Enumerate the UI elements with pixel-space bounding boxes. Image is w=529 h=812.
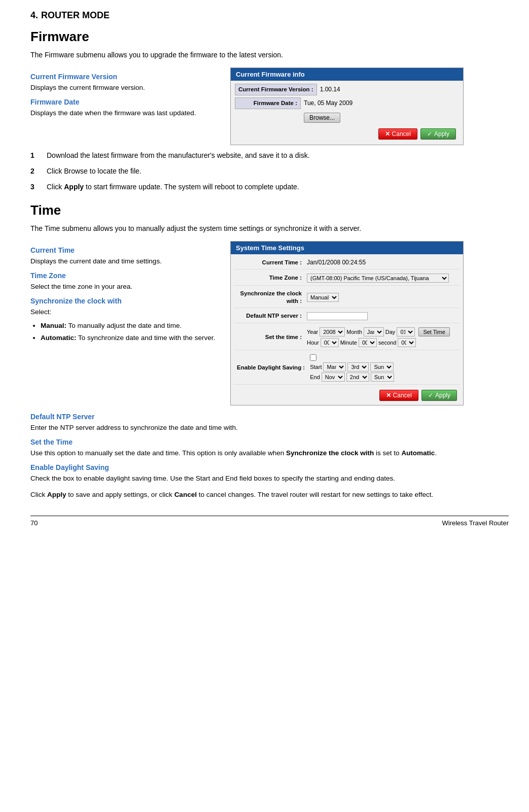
firmware-date-value: Tue, 05 May 2009 (301, 98, 459, 108)
current-time-term-desc: Displays the current date and time setti… (30, 256, 218, 266)
firmware-step-1: 1 Download the latest firmware from the … (30, 150, 509, 161)
firmware-cancel-button[interactable]: ✕ Cancel (378, 128, 417, 140)
firmware-term-1: Current Firmware Version Displays the cu… (30, 73, 218, 93)
step-1-num: 1 (30, 150, 40, 161)
time-intro: The Time submenu allows you to manually … (30, 223, 509, 234)
footer-product-name: Wireless Travel Router (442, 519, 509, 527)
timezone-label: Time Zone : (234, 273, 305, 283)
minute-label: Minute (340, 340, 357, 346)
section-title: ROUTER MODE (41, 10, 110, 21)
timezone-term-title: Time Zone (30, 272, 218, 280)
dst-start-label: Start (310, 364, 322, 370)
dst-label: Enable Daylight Saving : (234, 363, 308, 373)
firmware-term-2-desc: Displays the date when the firmware was … (30, 108, 218, 118)
dst-term: Enable Daylight Saving Check the box to … (30, 463, 509, 484)
firmware-date-label: Firmware Date : (235, 97, 301, 109)
sync-term-desc-prefix: Select: (30, 307, 218, 317)
ntp-label: Default NTP server : (234, 311, 305, 321)
time-bottom-terms: Default NTP Server Enter the NTP server … (30, 413, 509, 500)
time-apply-check-icon: ✓ (428, 392, 433, 399)
section-number: 4. (30, 10, 38, 21)
hour-select[interactable]: 00 (321, 338, 339, 347)
firmware-heading: Firmware (30, 29, 509, 45)
year-label: Year (307, 329, 318, 335)
page-section-header: 4. ROUTER MODE (30, 10, 509, 21)
firmware-term-2: Firmware Date Displays the date when the… (30, 98, 218, 118)
firmware-panel-title: Current Firmware info (231, 68, 463, 81)
browse-button[interactable]: Browse... (304, 113, 340, 123)
step-1-text: Download the latest firmware from the ma… (47, 150, 310, 161)
ntp-term-desc: Enter the NTP server address to synchron… (30, 423, 509, 433)
dst-checkbox[interactable] (310, 354, 316, 361)
time-cancel-button[interactable]: ✕ Cancel (379, 390, 418, 401)
current-time-value: Jan/01/2008 00:24:55 (305, 258, 460, 267)
set-time-button[interactable]: Set Time (418, 327, 449, 336)
sync-term-title: Synchronize the clock with (30, 297, 218, 305)
firmware-browse-row: Browse... (235, 111, 459, 124)
month-select[interactable]: Jan (364, 327, 384, 336)
month-label: Month (346, 329, 362, 335)
time-panel: System Time Settings Current Time : Jan/… (230, 241, 464, 405)
current-time-label: Current Time : (234, 258, 305, 267)
apply-check-icon: ✓ (427, 130, 432, 138)
dst-end-day[interactable]: Sun (371, 373, 394, 382)
day-select[interactable]: 01 (397, 327, 415, 336)
time-term-current-time: Current Time Displays the current date a… (30, 246, 218, 266)
minute-select[interactable]: 00 (359, 338, 377, 347)
firmware-term-1-title: Current Firmware Version (30, 73, 218, 81)
timezone-term-desc: Select the time zone in your area. (30, 282, 218, 292)
time-terms: Current Time Displays the current date a… (30, 241, 218, 405)
dst-end-label: End (310, 374, 320, 380)
time-panel-buttons: ✕ Cancel ✓ Apply (234, 388, 460, 403)
set-time-term: Set the Time Use this option to manually… (30, 438, 509, 458)
firmware-panel: Current Firmware info Current Firmware V… (230, 67, 464, 145)
firmware-steps: 1 Download the latest firmware from the … (30, 150, 509, 192)
step-2-text: Click Browse to locate the file. (47, 166, 142, 177)
final-note: Click Apply to save and apply settings, … (30, 490, 509, 500)
time-term-sync: Synchronize the clock with Select: Manua… (30, 297, 218, 343)
sync-row: Synchronize the clockwith : Manual (234, 287, 460, 308)
ntp-term: Default NTP Server Enter the NTP server … (30, 413, 509, 433)
current-time-term-title: Current Time (30, 246, 218, 254)
time-panel-title: System Time Settings (231, 242, 463, 254)
ntp-term-title: Default NTP Server (30, 413, 509, 421)
dst-row: Enable Daylight Saving : Start Mar 3rd S… (234, 352, 460, 385)
dst-term-desc: Check the box to enable daylight saving … (30, 473, 509, 484)
sync-select[interactable]: Manual (307, 293, 339, 302)
dst-start-month[interactable]: Mar (323, 362, 346, 371)
firmware-apply-button[interactable]: ✓ Apply (420, 128, 456, 140)
firmware-version-label: Current Firmware Version : (235, 84, 317, 95)
firmware-term-2-title: Firmware Date (30, 98, 218, 106)
firmware-version-value: 1.00.14 (317, 84, 459, 94)
dst-end-week[interactable]: 2nd (346, 373, 369, 382)
dst-end-month[interactable]: Nov (322, 373, 345, 382)
second-label: second (378, 340, 396, 346)
set-time-label: Set the time : (234, 332, 305, 342)
current-time-row: Current Time : Jan/01/2008 00:24:55 (234, 256, 460, 269)
footer: 70 Wireless Travel Router (30, 516, 509, 527)
ntp-row: Default NTP server : (234, 310, 460, 323)
dst-start-day[interactable]: Sun (370, 362, 394, 371)
sync-bullets: Manual: To manually adjust the date and … (41, 321, 218, 344)
firmware-terms: Current Firmware Version Displays the cu… (30, 67, 218, 145)
firmware-step-2: 2 Click Browse to locate the file. (30, 166, 509, 177)
ntp-input[interactable] (307, 312, 368, 320)
second-select[interactable]: 00 (398, 338, 416, 347)
firmware-section: Firmware The Firmware submenu allows you… (30, 29, 509, 192)
sync-bullet-manual: Manual: To manually adjust the date and … (41, 321, 218, 331)
step-3-text: Click Apply to start firmware update. Th… (47, 182, 299, 192)
step-2-num: 2 (30, 166, 40, 177)
dst-term-title: Enable Daylight Saving (30, 463, 509, 471)
time-apply-button[interactable]: ✓ Apply (421, 390, 457, 401)
year-select[interactable]: 2008 (320, 327, 345, 336)
time-section: Time The Time submenu allows you to manu… (30, 202, 509, 500)
timezone-row: Time Zone : (GMT-08:00) Pacific Time (US… (234, 271, 460, 286)
firmware-version-row: Current Firmware Version : 1.00.14 (235, 84, 459, 95)
firmware-panel-buttons: ✕ Cancel ✓ Apply (235, 126, 459, 142)
firmware-intro: The Firmware submenu allows you to upgra… (30, 50, 509, 60)
set-time-row: Set the time : Year 2008 Month Jan Day 0… (234, 325, 460, 350)
dst-start-week[interactable]: 3rd (347, 362, 369, 371)
day-label: Day (385, 329, 396, 335)
timezone-select[interactable]: (GMT-08:00) Pacific Time (US/Canada), Ti… (307, 274, 449, 283)
hour-label: Hour (307, 340, 319, 346)
